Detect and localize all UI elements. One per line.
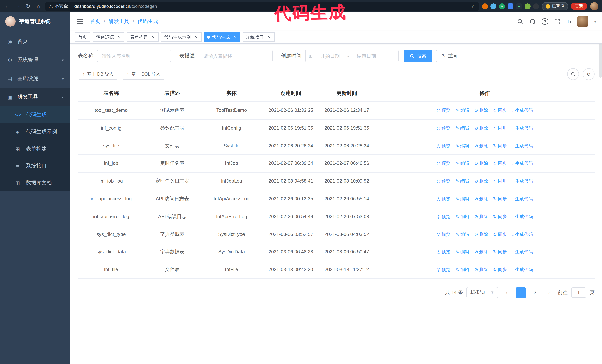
- tab[interactable]: 代码生成示例 ×: [161, 32, 202, 42]
- toggle-search-button[interactable]: [567, 68, 579, 80]
- generate-code-link[interactable]: ↓生成代码: [512, 125, 533, 132]
- refresh-button[interactable]: ↻: [583, 68, 595, 80]
- hamburger-icon[interactable]: [76, 18, 84, 25]
- security-indicator[interactable]: ⚠ 不安全: [49, 3, 68, 9]
- table-name-input[interactable]: [97, 50, 171, 62]
- search-button[interactable]: 搜索: [404, 50, 432, 62]
- sync-link[interactable]: ↻同步: [493, 125, 507, 132]
- generate-code-link[interactable]: ↓生成代码: [512, 266, 533, 273]
- sync-link[interactable]: ↻同步: [493, 231, 507, 238]
- generate-code-link[interactable]: ↓生成代码: [512, 107, 533, 114]
- sync-link[interactable]: ↻同步: [493, 142, 507, 149]
- tab[interactable]: 链路追踪 ×: [93, 32, 124, 42]
- delete-link[interactable]: ⊘删除: [474, 213, 488, 220]
- sync-link[interactable]: ↻同步: [493, 107, 507, 114]
- submenu-item[interactable]: ◈ 代码生成示例: [0, 123, 70, 140]
- drop-extension-icon[interactable]: [491, 3, 496, 9]
- generate-code-link[interactable]: ↓生成代码: [512, 142, 533, 149]
- sync-link[interactable]: ↻同步: [493, 196, 507, 203]
- reset-button[interactable]: ↻ 重置: [436, 50, 463, 62]
- people-extension-icon[interactable]: [507, 3, 514, 9]
- delete-link[interactable]: ⊘删除: [474, 266, 488, 273]
- edit-link[interactable]: ✎编辑: [455, 266, 469, 273]
- page-button-2[interactable]: 2: [530, 287, 540, 298]
- edit-link[interactable]: ✎编辑: [455, 107, 469, 114]
- breadcrumb-devtools[interactable]: 研发工具: [108, 18, 129, 25]
- sidebar-item-system[interactable]: ⚙ 系统管理 ▾: [0, 51, 70, 69]
- generate-code-link[interactable]: ↓生成代码: [512, 249, 533, 256]
- edit-link[interactable]: ✎编辑: [455, 142, 469, 149]
- page-size-select[interactable]: 10条/页 ▼: [467, 287, 498, 298]
- help-icon[interactable]: ?: [542, 18, 548, 25]
- browser-forward-icon[interactable]: →: [14, 0, 22, 12]
- dev-extension-icon[interactable]: ●: [516, 3, 522, 9]
- delete-link[interactable]: ⊘删除: [474, 231, 488, 238]
- import-db-button[interactable]: ↑ 基于 DB 导入: [78, 69, 118, 80]
- fox-extension-icon[interactable]: [482, 3, 488, 9]
- tab-close-icon[interactable]: ×: [150, 34, 155, 40]
- edit-link[interactable]: ✎编辑: [455, 125, 469, 132]
- generate-code-link[interactable]: ↓生成代码: [512, 231, 533, 238]
- edit-link[interactable]: ✎编辑: [455, 213, 469, 220]
- prev-page-button[interactable]: ‹: [502, 287, 512, 298]
- delete-link[interactable]: ⊘删除: [474, 196, 488, 203]
- preview-link[interactable]: ◎预览: [437, 178, 451, 185]
- generate-code-link[interactable]: ↓生成代码: [512, 178, 533, 185]
- edit-link[interactable]: ✎编辑: [455, 160, 469, 167]
- sync-link[interactable]: ↻同步: [493, 249, 507, 256]
- submenu-item[interactable]: ▦ 表单构建: [0, 140, 70, 157]
- submenu-item[interactable]: </> 代码生成: [0, 106, 70, 123]
- delete-link[interactable]: ⊘删除: [474, 125, 488, 132]
- tab-close-icon[interactable]: ×: [116, 34, 121, 40]
- sync-link[interactable]: ↻同步: [493, 160, 507, 167]
- bookmark-star-icon[interactable]: ☆: [471, 3, 475, 9]
- tab-close-icon[interactable]: ×: [232, 34, 237, 40]
- date-end-input[interactable]: [351, 53, 383, 59]
- next-page-button[interactable]: ›: [544, 287, 554, 298]
- date-start-input[interactable]: [314, 53, 346, 59]
- delete-link[interactable]: ⊘删除: [474, 107, 488, 114]
- edit-link[interactable]: ✎编辑: [455, 196, 469, 203]
- sync-link[interactable]: ↻同步: [493, 178, 507, 185]
- date-range-picker[interactable]: ⊞ -: [305, 50, 399, 62]
- browser-update-button[interactable]: 更新: [571, 2, 587, 10]
- preview-link[interactable]: ◎预览: [437, 231, 451, 238]
- generate-code-link[interactable]: ↓生成代码: [512, 213, 533, 220]
- import-sql-button[interactable]: ↑ 基于 SQL 导入: [122, 69, 165, 80]
- preview-link[interactable]: ◎预览: [437, 125, 451, 132]
- tab[interactable]: 首页: [75, 32, 90, 42]
- leaf-extension-icon[interactable]: [525, 3, 530, 9]
- address-bar[interactable]: ⚠ 不安全 dashboard.yudao.iocoder.cn/tool/co…: [45, 2, 479, 10]
- delete-link[interactable]: ⊘删除: [474, 160, 488, 167]
- delete-link[interactable]: ⊘删除: [474, 249, 488, 256]
- paused-badge[interactable]: 已暂停: [542, 2, 568, 10]
- tab[interactable]: 系统接口 ×: [243, 32, 275, 42]
- browser-reload-icon[interactable]: ↻: [24, 0, 32, 12]
- github-icon[interactable]: [530, 18, 536, 25]
- page-button-1[interactable]: 1: [516, 287, 526, 298]
- browser-profile-avatar[interactable]: [590, 2, 598, 10]
- tab-close-icon[interactable]: ×: [266, 34, 271, 40]
- table-desc-input[interactable]: [199, 50, 273, 62]
- edit-link[interactable]: ✎编辑: [455, 178, 469, 185]
- preview-link[interactable]: ◎预览: [437, 107, 451, 114]
- sync-link[interactable]: ↻同步: [493, 213, 507, 220]
- v-extension-icon[interactable]: V: [499, 3, 505, 9]
- paw-extension-icon[interactable]: [533, 3, 539, 9]
- tab[interactable]: 代码生成 ×: [204, 32, 240, 42]
- sidebar-item-devtools[interactable]: ▣ 研发工具 ▴: [0, 88, 70, 106]
- tab[interactable]: 表单构建 ×: [127, 32, 159, 42]
- logo[interactable]: 芋道管理系统: [0, 12, 70, 31]
- sidebar-item-home[interactable]: ◉ 首页: [0, 32, 70, 51]
- delete-link[interactable]: ⊘删除: [474, 178, 488, 185]
- preview-link[interactable]: ◎预览: [437, 249, 451, 256]
- font-size-icon[interactable]: TT: [567, 19, 571, 24]
- user-avatar[interactable]: [577, 16, 588, 27]
- edit-link[interactable]: ✎编辑: [455, 231, 469, 238]
- fullscreen-icon[interactable]: [554, 18, 561, 25]
- generate-code-link[interactable]: ↓生成代码: [512, 196, 533, 203]
- tab-close-icon[interactable]: ×: [193, 34, 198, 40]
- submenu-item[interactable]: ▥ 数据库文档: [0, 174, 70, 191]
- delete-link[interactable]: ⊘删除: [474, 142, 488, 149]
- preview-link[interactable]: ◎预览: [437, 213, 451, 220]
